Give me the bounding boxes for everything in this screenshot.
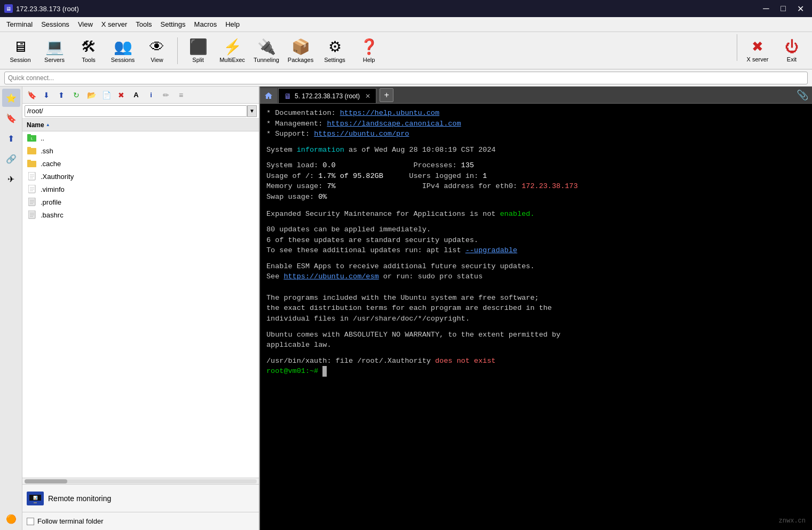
file-icon-profile (27, 198, 37, 206)
file-panel: 🔖 ⬇ ⬆ ↻ 📂 📄 ✖ A i ✏ ≡ ▼ Name ▲ (22, 87, 260, 530)
svg-marker-27 (265, 92, 272, 99)
minimize-button[interactable]: ─ (759, 1, 774, 16)
svg-rect-6 (27, 160, 31, 162)
menu-sessions[interactable]: Sessions (37, 19, 74, 30)
menu-view[interactable]: View (74, 19, 97, 30)
term-esm-link[interactable]: https://ubuntu.com/esm (283, 272, 379, 280)
list-item[interactable]: .Xauthority (22, 170, 259, 183)
servers-icon: 💻 (45, 38, 64, 56)
tunneling-icon: 🔌 (257, 38, 276, 56)
term-xauth-line: /usr/bin/xauth: file /root/.Xauthority d… (266, 356, 806, 367)
toolbar-settings[interactable]: ⚙ Settings (319, 34, 351, 67)
file-btn-new-file[interactable]: 📄 (99, 88, 113, 102)
home-tab-btn[interactable] (260, 88, 277, 103)
follow-terminal-label: Follow terminal folder (37, 517, 104, 525)
file-btn-folder-sync[interactable]: 📂 (84, 88, 98, 102)
file-btn-download[interactable]: ⬇ (40, 88, 53, 102)
sidebar-btn-send[interactable]: ✈ (2, 170, 20, 188)
attachment-icon[interactable]: 📎 (795, 88, 810, 103)
toolbar-session[interactable]: 🖥 Session (4, 34, 36, 67)
term-mgmt-link[interactable]: https://landscape.canonical.com (327, 120, 461, 128)
list-item[interactable]: .cache (22, 157, 259, 170)
sidebar-btn-upload[interactable]: ⬆ (2, 129, 20, 147)
follow-terminal-section: Follow terminal folder (22, 512, 259, 530)
path-input[interactable] (25, 105, 247, 117)
sidebar-btn-bookmark[interactable]: 🔖 (2, 109, 20, 127)
sidebar-btn-star[interactable]: ⭐ (2, 89, 20, 107)
toolbar-view[interactable]: 👁 View (141, 34, 173, 67)
tools-icon: 🛠 (81, 38, 96, 56)
remote-monitoring-section: 📊 Remote monitoring (22, 484, 259, 512)
term-upgradable-link[interactable]: --upgradable (466, 246, 517, 254)
menu-settings[interactable]: Settings (156, 19, 190, 30)
toolbar-tools[interactable]: 🛠 Tools (73, 34, 105, 67)
term-enabled-word: enabled. (500, 210, 534, 218)
list-item[interactable]: .bashrc (22, 208, 259, 221)
sidebar-btn-bottom[interactable]: 🟠 (2, 510, 20, 528)
list-item[interactable]: .ssh (22, 144, 259, 157)
toolbar-tunneling[interactable]: 🔌 Tunneling (250, 34, 282, 67)
file-icon-xauthority (27, 172, 37, 181)
title-bar: 🖥 172.23.38.173 (root) ─ □ ✕ (0, 0, 812, 17)
file-btn-more[interactable]: ≡ (174, 88, 188, 102)
split-icon: ⬛ (189, 38, 208, 56)
toolbar-split[interactable]: ⬛ Split (182, 34, 214, 67)
term-esm-see-line: See https://ubuntu.com/esm or run: sudo … (266, 271, 806, 282)
close-button[interactable]: ✕ (793, 1, 808, 16)
term-doc-link[interactable]: https://help.ubuntu.com (340, 109, 439, 117)
terminal-body[interactable]: * Documentation: https://help.ubuntu.com… (260, 104, 812, 530)
file-btn-refresh[interactable]: ↻ (69, 88, 83, 102)
terminal-tab[interactable]: 🖥 5. 172.23.38.173 (root) ✕ (278, 88, 376, 103)
term-mem-line: Memory usage: 7% IPv4 address for eth0: … (266, 181, 806, 192)
window-title: 172.23.38.173 (root) (16, 5, 759, 13)
menu-terminal[interactable]: Terminal (2, 19, 37, 30)
maximize-button[interactable]: □ (776, 1, 791, 16)
term-prompt: root@vm01:~# (266, 367, 318, 375)
horizontal-scrollbar-thumb[interactable] (25, 479, 67, 484)
toolbar-help[interactable]: ❓ Help (353, 34, 385, 67)
toolbar-right: ✖ X server ⏻ Exit (735, 34, 808, 67)
sidebar-btn-nav[interactable]: 🔗 (2, 150, 20, 168)
term-load-val: 0.0 (322, 161, 335, 169)
toolbar-packages[interactable]: 📦 Packages (285, 34, 317, 67)
list-item[interactable]: t. .. (22, 131, 259, 144)
file-btn-rename[interactable]: A (129, 88, 143, 102)
tab-close-btn[interactable]: ✕ (365, 92, 370, 100)
path-dropdown-btn[interactable]: ▼ (247, 105, 257, 117)
toolbar-separator-2 (737, 34, 737, 61)
term-updates-line3: To see these additional updates run: apt… (266, 245, 806, 256)
term-support-link[interactable]: https://ubuntu.com/pro (314, 130, 409, 138)
toolbar-multiexec[interactable]: ⚡ MultiExec (216, 34, 248, 67)
svg-rect-1 (27, 134, 31, 136)
name-column-header: Name (27, 121, 44, 129)
toolbar: 🖥 Session 💻 Servers 🛠 Tools 👥 Sessions 👁… (0, 32, 812, 69)
add-tab-btn[interactable]: + (380, 88, 393, 102)
toolbar-exit[interactable]: ⏻ Exit (776, 34, 808, 67)
menu-tools[interactable]: Tools (131, 19, 156, 30)
list-item[interactable]: .profile (22, 196, 259, 208)
file-btn-delete[interactable]: ✖ (114, 88, 128, 102)
file-btn-upload[interactable]: ⬆ (54, 88, 68, 102)
follow-terminal-checkbox[interactable] (27, 518, 34, 525)
quick-connect-input[interactable] (4, 72, 808, 84)
menu-macros[interactable]: Macros (190, 19, 222, 30)
file-btn-bookmark[interactable]: 🔖 (25, 88, 38, 102)
folder-icon-ssh (27, 146, 37, 155)
toolbar-servers[interactable]: 💻 Servers (38, 34, 70, 67)
term-ip-val: 172.23.38.173 (522, 182, 578, 190)
menu-help[interactable]: Help (221, 19, 244, 30)
menu-xserver[interactable]: X server (97, 19, 131, 30)
term-updates-line2: 6 of these updates are standard security… (266, 235, 806, 246)
file-btn-edit[interactable]: ✏ (159, 88, 173, 102)
horizontal-scrollbar-track[interactable] (25, 479, 257, 484)
toolbar-xserver[interactable]: ✖ X server (742, 34, 774, 67)
file-btn-properties[interactable]: i (144, 88, 158, 102)
term-does-not-exist: does not exist (435, 357, 495, 365)
toolbar-sessions[interactable]: 👥 Sessions (107, 34, 139, 67)
file-toolbar: 🔖 ⬇ ⬆ ↻ 📂 📄 ✖ A i ✏ ≡ (22, 87, 259, 104)
term-prompt-line: root@vm01:~# (266, 366, 806, 377)
list-item[interactable]: .viminfo (22, 183, 259, 196)
term-sysinfo-line: System information as of Wed Aug 28 10:0… (266, 145, 806, 155)
app-icon: 🖥 (4, 4, 13, 13)
packages-icon: 📦 (291, 38, 310, 56)
